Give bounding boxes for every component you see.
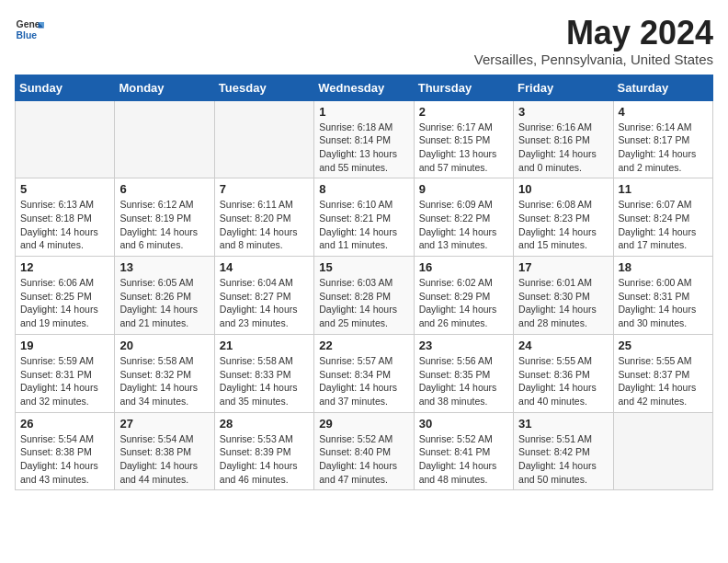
day-info: Sunrise: 6:09 AM Sunset: 8:22 PM Dayligh… [419, 198, 508, 252]
day-of-week-header: Friday [514, 75, 613, 100]
title-block: May 2024 Versailles, Pennsylvania, Unite… [474, 15, 713, 67]
day-info: Sunrise: 5:57 AM Sunset: 8:34 PM Dayligh… [319, 354, 408, 408]
calendar-cell: 8Sunrise: 6:10 AM Sunset: 8:21 PM Daylig… [314, 178, 414, 257]
calendar-cell [16, 100, 115, 178]
calendar-cell: 15Sunrise: 6:03 AM Sunset: 8:28 PM Dayli… [314, 257, 414, 335]
page-header: General Blue May 2024 Versailles, Pennsy… [15, 15, 713, 67]
day-info: Sunrise: 6:17 AM Sunset: 8:15 PM Dayligh… [419, 121, 508, 175]
day-number: 1 [319, 105, 408, 119]
day-info: Sunrise: 6:02 AM Sunset: 8:29 PM Dayligh… [419, 276, 508, 330]
calendar-cell [214, 100, 313, 178]
day-info: Sunrise: 6:14 AM Sunset: 8:17 PM Dayligh… [619, 121, 708, 175]
location: Versailles, Pennsylvania, United States [474, 52, 713, 67]
calendar-cell: 12Sunrise: 6:06 AM Sunset: 8:25 PM Dayli… [16, 257, 115, 335]
calendar-cell: 25Sunrise: 5:55 AM Sunset: 8:37 PM Dayli… [613, 334, 712, 412]
day-info: Sunrise: 5:52 AM Sunset: 8:41 PM Dayligh… [419, 432, 508, 487]
day-number: 15 [319, 260, 408, 274]
day-info: Sunrise: 5:56 AM Sunset: 8:35 PM Dayligh… [419, 354, 508, 408]
day-number: 8 [319, 182, 408, 196]
calendar-cell: 22Sunrise: 5:57 AM Sunset: 8:34 PM Dayli… [314, 334, 414, 412]
calendar-cell: 27Sunrise: 5:54 AM Sunset: 8:38 PM Dayli… [115, 412, 214, 490]
day-number: 21 [220, 339, 309, 352]
calendar-week-row: 12Sunrise: 6:06 AM Sunset: 8:25 PM Dayli… [16, 257, 713, 335]
calendar-cell [115, 100, 214, 178]
day-of-week-header: Sunday [16, 75, 115, 100]
calendar-cell [613, 412, 712, 490]
day-number: 6 [119, 182, 209, 196]
day-info: Sunrise: 6:18 AM Sunset: 8:14 PM Dayligh… [319, 121, 408, 175]
calendar-cell: 10Sunrise: 6:08 AM Sunset: 8:23 PM Dayli… [514, 178, 613, 257]
day-of-week-header: Monday [115, 75, 214, 100]
day-info: Sunrise: 6:03 AM Sunset: 8:28 PM Dayligh… [319, 276, 408, 330]
day-number: 2 [419, 105, 508, 119]
day-info: Sunrise: 5:58 AM Sunset: 8:32 PM Dayligh… [119, 354, 209, 408]
day-number: 28 [220, 417, 309, 431]
day-info: Sunrise: 6:05 AM Sunset: 8:26 PM Dayligh… [119, 276, 209, 330]
day-info: Sunrise: 6:01 AM Sunset: 8:30 PM Dayligh… [518, 276, 608, 330]
day-number: 17 [518, 260, 608, 274]
calendar-cell: 7Sunrise: 6:11 AM Sunset: 8:20 PM Daylig… [214, 178, 313, 257]
calendar-cell: 11Sunrise: 6:07 AM Sunset: 8:24 PM Dayli… [613, 178, 712, 257]
day-number: 5 [20, 182, 109, 196]
calendar-cell: 16Sunrise: 6:02 AM Sunset: 8:29 PM Dayli… [414, 257, 513, 335]
day-info: Sunrise: 6:10 AM Sunset: 8:21 PM Dayligh… [319, 198, 408, 252]
day-of-week-header: Saturday [613, 75, 712, 100]
day-number: 18 [619, 260, 708, 274]
day-number: 25 [619, 339, 708, 352]
day-number: 26 [20, 417, 109, 431]
day-info: Sunrise: 5:58 AM Sunset: 8:33 PM Dayligh… [220, 354, 309, 408]
calendar-cell: 21Sunrise: 5:58 AM Sunset: 8:33 PM Dayli… [214, 334, 313, 412]
day-info: Sunrise: 6:11 AM Sunset: 8:20 PM Dayligh… [220, 198, 309, 252]
day-info: Sunrise: 6:06 AM Sunset: 8:25 PM Dayligh… [20, 276, 109, 330]
logo-icon: General Blue [15, 15, 44, 44]
calendar-cell: 29Sunrise: 5:52 AM Sunset: 8:40 PM Dayli… [314, 412, 414, 490]
day-of-week-header: Wednesday [314, 75, 414, 100]
day-number: 19 [20, 339, 109, 352]
calendar-cell: 5Sunrise: 6:13 AM Sunset: 8:18 PM Daylig… [16, 178, 115, 257]
calendar-cell: 4Sunrise: 6:14 AM Sunset: 8:17 PM Daylig… [613, 100, 712, 178]
calendar-cell: 14Sunrise: 6:04 AM Sunset: 8:27 PM Dayli… [214, 257, 313, 335]
day-number: 7 [220, 182, 309, 196]
logo: General Blue [15, 15, 44, 44]
calendar-cell: 13Sunrise: 6:05 AM Sunset: 8:26 PM Dayli… [115, 257, 214, 335]
day-info: Sunrise: 5:59 AM Sunset: 8:31 PM Dayligh… [20, 354, 109, 408]
month-title: May 2024 [474, 15, 713, 52]
calendar-cell: 17Sunrise: 6:01 AM Sunset: 8:30 PM Dayli… [514, 257, 613, 335]
day-info: Sunrise: 5:52 AM Sunset: 8:40 PM Dayligh… [319, 432, 408, 487]
day-number: 13 [119, 260, 209, 274]
calendar-week-row: 5Sunrise: 6:13 AM Sunset: 8:18 PM Daylig… [16, 178, 713, 257]
day-info: Sunrise: 5:51 AM Sunset: 8:42 PM Dayligh… [518, 432, 608, 487]
day-number: 27 [119, 417, 209, 431]
day-info: Sunrise: 5:54 AM Sunset: 8:38 PM Dayligh… [20, 432, 109, 487]
calendar-cell: 26Sunrise: 5:54 AM Sunset: 8:38 PM Dayli… [16, 412, 115, 490]
day-of-week-header: Thursday [414, 75, 513, 100]
svg-text:Blue: Blue [17, 30, 38, 40]
calendar-cell: 23Sunrise: 5:56 AM Sunset: 8:35 PM Dayli… [414, 334, 513, 412]
calendar-cell: 18Sunrise: 6:00 AM Sunset: 8:31 PM Dayli… [613, 257, 712, 335]
day-info: Sunrise: 6:07 AM Sunset: 8:24 PM Dayligh… [619, 198, 708, 252]
day-info: Sunrise: 6:12 AM Sunset: 8:19 PM Dayligh… [119, 198, 209, 252]
day-info: Sunrise: 5:53 AM Sunset: 8:39 PM Dayligh… [220, 432, 309, 487]
calendar-cell: 28Sunrise: 5:53 AM Sunset: 8:39 PM Dayli… [214, 412, 313, 490]
calendar-cell: 31Sunrise: 5:51 AM Sunset: 8:42 PM Dayli… [514, 412, 613, 490]
day-info: Sunrise: 5:55 AM Sunset: 8:36 PM Dayligh… [518, 354, 608, 408]
day-number: 12 [20, 260, 109, 274]
calendar-cell: 3Sunrise: 6:16 AM Sunset: 8:16 PM Daylig… [514, 100, 613, 178]
day-info: Sunrise: 5:55 AM Sunset: 8:37 PM Dayligh… [619, 354, 708, 408]
calendar-cell: 9Sunrise: 6:09 AM Sunset: 8:22 PM Daylig… [414, 178, 513, 257]
day-number: 14 [220, 260, 309, 274]
day-info: Sunrise: 6:08 AM Sunset: 8:23 PM Dayligh… [518, 198, 608, 252]
calendar-week-row: 1Sunrise: 6:18 AM Sunset: 8:14 PM Daylig… [16, 100, 713, 178]
day-number: 31 [518, 417, 608, 431]
calendar-cell: 20Sunrise: 5:58 AM Sunset: 8:32 PM Dayli… [115, 334, 214, 412]
day-number: 29 [319, 417, 408, 431]
day-number: 16 [419, 260, 508, 274]
calendar-week-row: 19Sunrise: 5:59 AM Sunset: 8:31 PM Dayli… [16, 334, 713, 412]
day-info: Sunrise: 6:16 AM Sunset: 8:16 PM Dayligh… [518, 121, 608, 175]
calendar-cell: 6Sunrise: 6:12 AM Sunset: 8:19 PM Daylig… [115, 178, 214, 257]
calendar-cell: 30Sunrise: 5:52 AM Sunset: 8:41 PM Dayli… [414, 412, 513, 490]
day-number: 30 [419, 417, 508, 431]
calendar-week-row: 26Sunrise: 5:54 AM Sunset: 8:38 PM Dayli… [16, 412, 713, 490]
day-number: 11 [619, 182, 708, 196]
day-number: 9 [419, 182, 508, 196]
